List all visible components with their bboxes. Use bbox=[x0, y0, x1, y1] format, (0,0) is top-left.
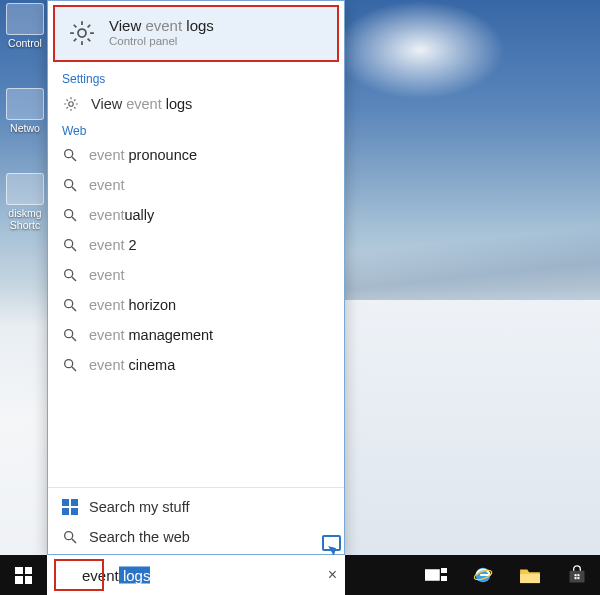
svg-line-5 bbox=[72, 187, 76, 191]
result-label-post: 2 bbox=[124, 237, 136, 253]
taskbar-store-button[interactable] bbox=[553, 555, 600, 595]
result-label-post: cinema bbox=[124, 357, 175, 373]
result-web-event[interactable]: event bbox=[48, 170, 344, 200]
svg-line-11 bbox=[72, 277, 76, 281]
bottom-links: Search my stuff Search the web bbox=[48, 487, 344, 554]
result-label-post: ually bbox=[124, 207, 154, 223]
desktop-icon-label: diskmg Shortc bbox=[3, 207, 47, 231]
search-the-web-label: Search the web bbox=[89, 529, 190, 545]
result-label-dim: event bbox=[89, 237, 124, 253]
result-label-dim: event bbox=[89, 147, 124, 163]
result-label-post: management bbox=[124, 327, 213, 343]
search-icon bbox=[62, 237, 78, 253]
svg-line-9 bbox=[72, 247, 76, 251]
svg-rect-25 bbox=[520, 574, 540, 583]
best-match-text: View event logs Control panel bbox=[109, 17, 214, 48]
internet-explorer-icon bbox=[472, 564, 494, 586]
result-label-pre: View bbox=[91, 96, 126, 112]
windows-logo-icon bbox=[15, 567, 32, 584]
desktop-icon-diskmgmt-shortcut[interactable]: diskmg Shortc bbox=[3, 173, 47, 231]
svg-line-19 bbox=[72, 539, 76, 543]
search-icon bbox=[62, 529, 78, 545]
svg-point-4 bbox=[65, 180, 73, 188]
result-label-post: pronounce bbox=[124, 147, 197, 163]
result-label-dim: event bbox=[89, 267, 124, 283]
best-match-title-pre: View bbox=[109, 17, 145, 34]
gear-icon bbox=[67, 18, 97, 48]
svg-rect-30 bbox=[577, 577, 579, 579]
svg-point-12 bbox=[65, 300, 73, 308]
search-icon bbox=[62, 267, 78, 283]
result-label-post: logs bbox=[162, 96, 193, 112]
feedback-icon[interactable] bbox=[322, 535, 341, 551]
search-results-panel: View event logs Control panel Settings V… bbox=[47, 0, 345, 555]
folder-icon bbox=[519, 566, 541, 584]
svg-line-15 bbox=[72, 337, 76, 341]
search-icon bbox=[62, 177, 78, 193]
svg-line-17 bbox=[72, 367, 76, 371]
svg-point-14 bbox=[65, 330, 73, 338]
svg-point-0 bbox=[78, 29, 86, 37]
svg-point-16 bbox=[65, 360, 73, 368]
search-icon bbox=[62, 207, 78, 223]
svg-point-8 bbox=[65, 240, 73, 248]
best-match-title-post: logs bbox=[182, 17, 214, 34]
result-web-event-pronounce[interactable]: event pronounce bbox=[48, 140, 344, 170]
section-header-settings: Settings bbox=[48, 68, 344, 88]
section-header-web: Web bbox=[48, 120, 344, 140]
svg-line-13 bbox=[72, 307, 76, 311]
store-icon bbox=[567, 565, 587, 585]
search-icon bbox=[62, 357, 78, 373]
result-label-dim: event bbox=[89, 297, 124, 313]
task-view-button[interactable] bbox=[412, 555, 459, 595]
result-web-event-horizon[interactable]: event horizon bbox=[48, 290, 344, 320]
result-web-event-cinema[interactable]: event cinema bbox=[48, 350, 344, 380]
result-web-eventually[interactable]: eventually bbox=[48, 200, 344, 230]
svg-rect-29 bbox=[574, 577, 576, 579]
svg-rect-22 bbox=[441, 576, 447, 581]
svg-rect-27 bbox=[574, 574, 576, 576]
gear-icon bbox=[62, 95, 80, 113]
best-match-result[interactable]: View event logs Control panel bbox=[53, 5, 339, 62]
svg-rect-26 bbox=[569, 571, 584, 583]
desktop-icon-control-panel[interactable]: Control bbox=[3, 3, 47, 49]
svg-line-7 bbox=[72, 217, 76, 221]
windows-icon bbox=[62, 499, 78, 515]
search-icon bbox=[62, 297, 78, 313]
result-label-dim: event bbox=[89, 207, 124, 223]
search-my-stuff[interactable]: Search my stuff bbox=[48, 492, 344, 522]
desktop-icon-label: Netwo bbox=[3, 122, 47, 134]
svg-point-6 bbox=[65, 210, 73, 218]
task-view-icon bbox=[425, 567, 447, 583]
result-label-dim: event bbox=[89, 177, 124, 193]
taskbar-ie-button[interactable] bbox=[459, 555, 506, 595]
best-match-title-dim: event bbox=[145, 17, 182, 34]
svg-rect-21 bbox=[441, 568, 447, 573]
taskbar: event logs × bbox=[0, 555, 600, 595]
result-web-event-blank[interactable]: event bbox=[48, 260, 344, 290]
result-label-dim: event bbox=[126, 96, 161, 112]
svg-point-1 bbox=[69, 102, 74, 107]
svg-point-10 bbox=[65, 270, 73, 278]
result-settings-view-event-logs[interactable]: View event logs bbox=[48, 88, 344, 120]
search-my-stuff-label: Search my stuff bbox=[89, 499, 189, 515]
start-button[interactable] bbox=[0, 555, 47, 595]
result-label-dim: event bbox=[89, 327, 124, 343]
result-label-dim: event bbox=[89, 357, 124, 373]
search-icon bbox=[62, 147, 78, 163]
desktop-icon-label: Control bbox=[3, 37, 47, 49]
clear-search-button[interactable]: × bbox=[328, 566, 337, 584]
best-match-subtitle: Control panel bbox=[109, 35, 214, 48]
desktop-icon-network[interactable]: Netwo bbox=[3, 88, 47, 134]
svg-point-2 bbox=[65, 150, 73, 158]
result-web-event-management[interactable]: event management bbox=[48, 320, 344, 350]
search-the-web[interactable]: Search the web bbox=[48, 522, 344, 552]
svg-rect-20 bbox=[425, 570, 439, 580]
search-icon bbox=[62, 327, 78, 343]
taskbar-search-input[interactable] bbox=[47, 555, 345, 595]
result-label-post: horizon bbox=[124, 297, 176, 313]
taskbar-file-explorer-button[interactable] bbox=[506, 555, 553, 595]
svg-point-18 bbox=[65, 532, 73, 540]
result-web-event-2[interactable]: event 2 bbox=[48, 230, 344, 260]
svg-rect-28 bbox=[577, 574, 579, 576]
